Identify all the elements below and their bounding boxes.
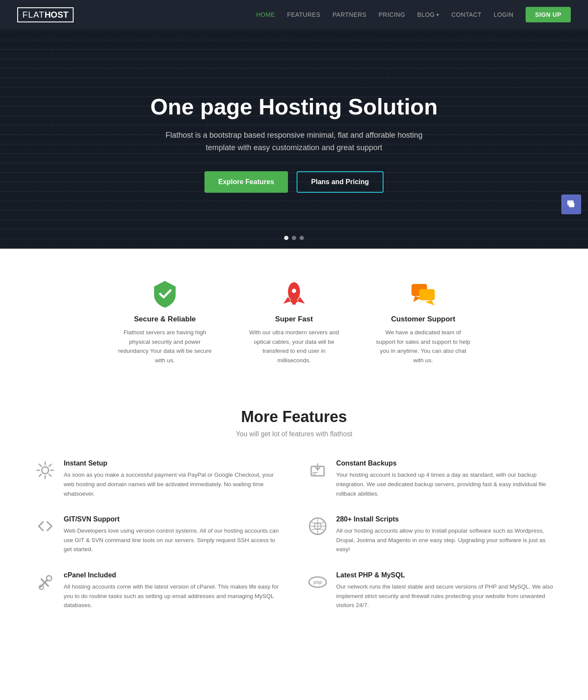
feature-php: php Latest PHP & MySQL Our network runs …	[307, 571, 554, 610]
cpanel-content: cPanel Included All hosting accounts com…	[64, 571, 281, 610]
hero-dots	[284, 236, 304, 240]
nav-links: HOME FEATURES PARTNERS PRICING BLOG CONT…	[256, 7, 571, 22]
feature-support: Customer Support We have a dedicated tea…	[376, 279, 470, 365]
section-title: More Features	[34, 408, 554, 426]
nav-home[interactable]: HOME	[256, 11, 275, 18]
instant-setup-content: Instant Setup As soon as you make a succ…	[64, 459, 281, 498]
backups-title: Constant Backups	[336, 459, 554, 467]
svg-point-12	[42, 467, 49, 474]
backups-content: Constant Backups Your hosting account is…	[336, 459, 554, 498]
dot-3[interactable]	[300, 236, 304, 240]
feature-instant-setup: Instant Setup As soon as you make a succ…	[34, 459, 281, 498]
feature-secure-desc: Flathost servers are having high physica…	[118, 328, 212, 365]
logo-flat: FLAT	[22, 10, 44, 20]
nav-contact[interactable]: CONTACT	[452, 11, 482, 18]
dot-2[interactable]	[292, 236, 296, 240]
signup-button[interactable]: SIGN UP	[526, 7, 571, 22]
svg-line-19	[49, 464, 51, 466]
cpanel-desc: All hosting accounts come with the lates…	[64, 582, 281, 610]
feature-support-desc: We have a dedicated team of support for …	[376, 328, 470, 365]
git-desc: Web Developers love using version contro…	[64, 526, 281, 554]
plans-pricing-button[interactable]: Plans and Pricing	[297, 171, 384, 193]
feature-fast-desc: With our ultra mordern servers and optic…	[247, 328, 341, 365]
wordpress-icon	[307, 516, 328, 540]
chat-icon	[376, 279, 470, 309]
more-features-section: More Features You will get lot of featur…	[0, 391, 588, 635]
section-header: More Features You will get lot of featur…	[34, 408, 554, 438]
svg-rect-1	[569, 203, 575, 207]
nav-features[interactable]: FEATURES	[287, 11, 321, 18]
php-content: Latest PHP & MySQL Our network runs the …	[336, 571, 554, 610]
scripts-title: 280+ Install Scripts	[336, 515, 554, 523]
rocket-icon	[247, 279, 341, 309]
feature-backups: Constant Backups Your hosting account is…	[307, 459, 554, 498]
nav-pricing[interactable]: PRICING	[378, 11, 405, 18]
feature-git: GIT/SVN Support Web Developers love usin…	[34, 515, 281, 554]
shield-icon	[118, 279, 212, 309]
svg-rect-10	[419, 289, 435, 300]
gear-icon	[34, 460, 56, 484]
nav-blog[interactable]: BLOG	[417, 11, 439, 18]
wrench-icon	[34, 572, 56, 596]
navbar: FLATHOST HOME FEATURES PARTNERS PRICING …	[0, 0, 588, 29]
feature-secure-title: Secure & Reliable	[118, 315, 212, 324]
logo[interactable]: FLATHOST	[17, 7, 74, 22]
hero-subtitle: Flathost is a bootstrap based responsive…	[161, 129, 427, 154]
backup-icon	[307, 460, 328, 484]
svg-text:php: php	[313, 580, 322, 585]
feature-fast: Super Fast With our ultra mordern server…	[247, 279, 341, 365]
svg-line-20	[39, 474, 41, 476]
svg-point-29	[46, 576, 52, 581]
explore-features-button[interactable]: Explore Features	[204, 171, 288, 193]
cpanel-title: cPanel Included	[64, 571, 281, 579]
backups-desc: Your hosting account is backed up 4 time…	[336, 470, 554, 498]
nav-login[interactable]: LOGIN	[494, 11, 514, 18]
feature-support-title: Customer Support	[376, 315, 470, 324]
svg-rect-7	[292, 301, 296, 305]
svg-marker-11	[425, 300, 435, 305]
git-title: GIT/SVN Support	[64, 515, 281, 523]
section-subtitle: You will get lot of features with flatho…	[34, 430, 554, 438]
svg-line-17	[39, 464, 41, 466]
feature-cpanel: cPanel Included All hosting accounts com…	[34, 571, 281, 610]
svg-line-18	[49, 474, 51, 476]
features-row: Secure & Reliable Flathost servers are h…	[0, 249, 588, 391]
code-icon	[34, 516, 56, 540]
php-desc: Our network runs the latest stable and s…	[336, 582, 554, 610]
hero-buttons: Explore Features Plans and Pricing	[204, 171, 384, 193]
git-content: GIT/SVN Support Web Developers love usin…	[64, 515, 281, 554]
chat-button[interactable]	[561, 194, 581, 214]
php-title: Latest PHP & MySQL	[336, 571, 554, 579]
scripts-content: 280+ Install Scripts All our hosting acc…	[336, 515, 554, 554]
dot-1[interactable]	[284, 236, 288, 240]
features-grid: Instant Setup As soon as you make a succ…	[34, 459, 554, 610]
instant-setup-desc: As soon as you make a successful payment…	[64, 470, 281, 498]
feature-scripts: 280+ Install Scripts All our hosting acc…	[307, 515, 554, 554]
hero-section: One page Hosting Solution Flathost is a …	[0, 29, 588, 249]
logo-host: HOST	[44, 10, 68, 20]
php-icon: php	[307, 572, 328, 596]
feature-secure: Secure & Reliable Flathost servers are h…	[118, 279, 212, 365]
hero-title: One page Hosting Solution	[150, 94, 437, 120]
instant-setup-title: Instant Setup	[64, 459, 281, 467]
nav-partners[interactable]: PARTNERS	[333, 11, 367, 18]
scripts-desc: All our hosting accounts allow you to in…	[336, 526, 554, 554]
svg-point-5	[292, 289, 296, 293]
feature-fast-title: Super Fast	[247, 315, 341, 324]
